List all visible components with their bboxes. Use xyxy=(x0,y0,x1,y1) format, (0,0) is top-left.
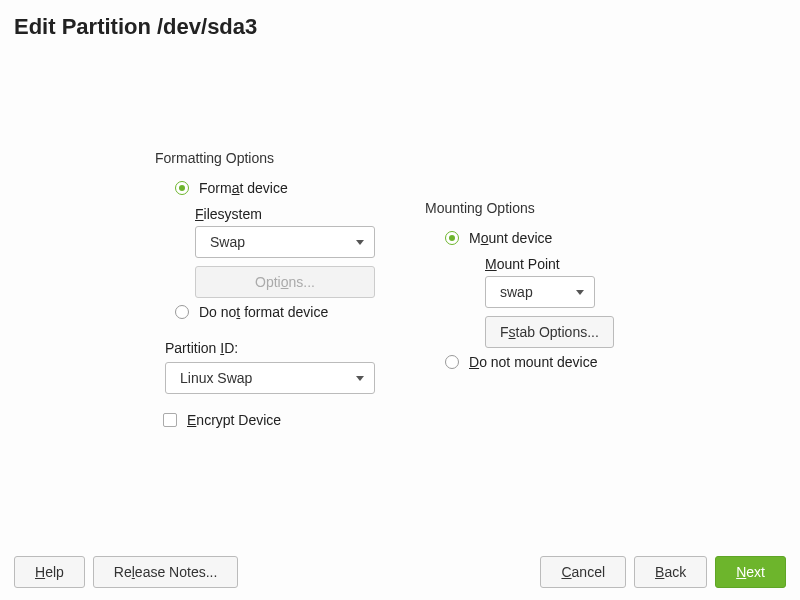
radio-unselected-icon xyxy=(175,305,189,319)
encrypt-device-checkbox[interactable]: Encrypt Device xyxy=(163,412,375,428)
filesystem-options-button: Options... xyxy=(195,266,375,298)
filesystem-label: Filesystem xyxy=(195,206,375,222)
mounting-section: Mounting Options Mount device Mount Poin… xyxy=(425,200,614,432)
formatting-header: Formatting Options xyxy=(155,150,375,166)
radio-unselected-icon xyxy=(445,355,459,369)
mounting-header: Mounting Options xyxy=(425,200,614,216)
partition-id-select[interactable]: Linux Swap xyxy=(165,362,375,394)
partition-id-label: Partition ID: xyxy=(165,340,375,356)
no-mount-label: Do not mount device xyxy=(469,354,597,370)
no-format-radio[interactable]: Do not format device xyxy=(175,304,375,320)
help-button[interactable]: Help xyxy=(14,556,85,588)
page-title: Edit Partition /dev/sda3 xyxy=(0,0,800,40)
partition-id-value: Linux Swap xyxy=(180,370,252,386)
mount-point-value: swap xyxy=(500,284,533,300)
format-device-label: Format device xyxy=(199,180,288,196)
filesystem-value: Swap xyxy=(210,234,245,250)
mount-device-radio[interactable]: Mount device xyxy=(445,230,614,246)
radio-selected-icon xyxy=(175,181,189,195)
chevron-down-icon xyxy=(356,376,364,381)
format-device-radio[interactable]: Format device xyxy=(175,180,375,196)
footer-right: Cancel Back Next xyxy=(540,556,786,588)
fstab-options-button[interactable]: Fstab Options... xyxy=(485,316,614,348)
filesystem-select[interactable]: Swap xyxy=(195,226,375,258)
checkbox-unchecked-icon xyxy=(163,413,177,427)
chevron-down-icon xyxy=(576,290,584,295)
footer-bar: Help Release Notes... Cancel Back Next xyxy=(14,556,786,588)
footer-left: Help Release Notes... xyxy=(14,556,238,588)
release-notes-button[interactable]: Release Notes... xyxy=(93,556,239,588)
no-format-label: Do not format device xyxy=(199,304,328,320)
next-button[interactable]: Next xyxy=(715,556,786,588)
chevron-down-icon xyxy=(356,240,364,245)
cancel-button[interactable]: Cancel xyxy=(540,556,626,588)
mount-point-select[interactable]: swap xyxy=(485,276,595,308)
back-button[interactable]: Back xyxy=(634,556,707,588)
no-mount-radio[interactable]: Do not mount device xyxy=(445,354,614,370)
mount-device-label: Mount device xyxy=(469,230,552,246)
formatting-section: Formatting Options Format device Filesys… xyxy=(155,150,375,432)
radio-selected-icon xyxy=(445,231,459,245)
main-content: Formatting Options Format device Filesys… xyxy=(155,150,770,432)
encrypt-label: Encrypt Device xyxy=(187,412,281,428)
mount-point-label: Mount Point xyxy=(485,256,614,272)
